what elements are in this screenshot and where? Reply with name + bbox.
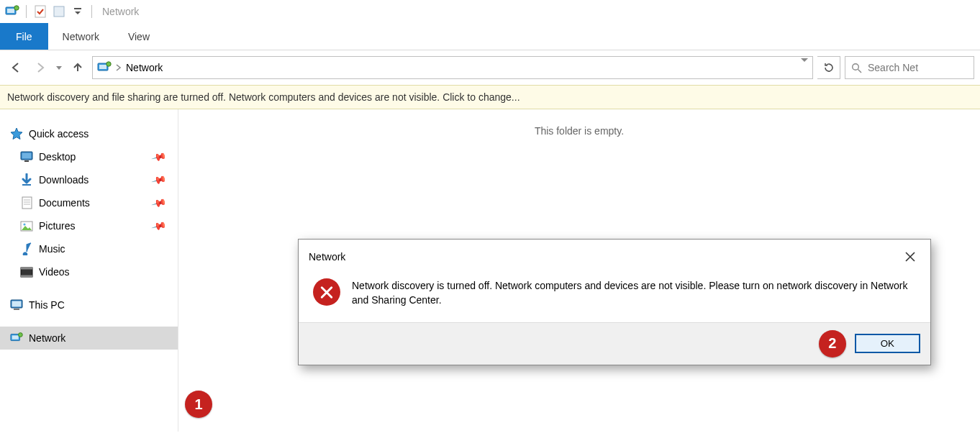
ribbon-tab-view[interactable]: View — [114, 23, 164, 50]
dialog-titlebar: Network — [299, 240, 930, 274]
desktop-icon — [20, 150, 33, 163]
qat-customize-dropdown[interactable] — [70, 4, 86, 19]
svg-rect-1 — [7, 9, 14, 13]
search-placeholder: Search Net — [868, 62, 918, 73]
sidebar-item-desktop[interactable]: Desktop 📌 — [0, 145, 178, 168]
sidebar-item-network[interactable]: Network — [0, 327, 178, 350]
nav-back-button[interactable] — [6, 58, 26, 78]
breadcrumb-item-network[interactable]: Network — [126, 62, 163, 73]
svg-rect-7 — [99, 65, 106, 69]
sidebar-label: Documents — [39, 197, 90, 209]
dialog-body: Network discovery is turned off. Network… — [299, 274, 930, 322]
svg-point-9 — [853, 63, 859, 70]
separator — [26, 5, 27, 18]
sidebar-item-music[interactable]: Music — [0, 237, 178, 260]
refresh-button[interactable] — [817, 56, 840, 79]
sidebar-label: Videos — [39, 266, 70, 278]
svg-point-20 — [23, 223, 25, 225]
pin-icon: 📌 — [150, 218, 167, 234]
quick-access-icon — [10, 127, 23, 140]
dialog: Network Network discovery is turned off.… — [298, 239, 931, 365]
sidebar-label: Pictures — [39, 220, 76, 232]
sidebar-item-documents[interactable]: Documents 📌 — [0, 191, 178, 214]
svg-rect-23 — [21, 275, 32, 277]
pin-icon: 📌 — [150, 149, 167, 165]
callout-badge-2: 2 — [819, 330, 846, 357]
sidebar-item-this-pc[interactable]: This PC — [0, 293, 178, 316]
sidebar-label: Desktop — [39, 151, 76, 163]
svg-rect-3 — [35, 6, 45, 17]
address-bar[interactable]: Network — [92, 56, 813, 79]
titlebar: Network — [0, 0, 980, 23]
nav-history-dropdown[interactable] — [55, 66, 63, 70]
callout-badge-1: 1 — [185, 391, 212, 418]
svg-rect-4 — [54, 6, 64, 17]
nav-up-button[interactable] — [68, 58, 88, 78]
sidebar-item-quick-access[interactable]: Quick access — [0, 122, 178, 145]
sidebar: Quick access Desktop 📌 Downloads 📌 Docum… — [0, 109, 178, 432]
this-pc-icon — [10, 298, 23, 311]
pictures-icon — [20, 219, 33, 232]
music-icon — [20, 242, 33, 255]
dialog-title: Network — [309, 251, 345, 263]
ribbon-tab-file[interactable]: File — [0, 23, 48, 50]
svg-point-2 — [14, 6, 19, 10]
svg-rect-13 — [24, 160, 29, 162]
sidebar-label: Music — [39, 243, 65, 255]
search-input[interactable]: Search Net — [845, 56, 974, 79]
svg-rect-12 — [22, 153, 32, 159]
info-bar-text: Network discovery and file sharing are t… — [7, 91, 520, 103]
sidebar-label: Quick access — [29, 128, 89, 140]
downloads-icon — [20, 173, 33, 186]
svg-rect-28 — [12, 335, 19, 339]
ribbon-tab-network[interactable]: Network — [48, 23, 114, 50]
qat-properties-icon[interactable] — [32, 4, 48, 19]
ribbon: File Network View — [0, 23, 980, 50]
videos-icon — [20, 265, 33, 278]
separator — [91, 5, 92, 18]
dialog-footer: 2 OK — [299, 322, 930, 365]
nav-forward-button[interactable] — [30, 58, 50, 78]
svg-point-29 — [19, 333, 23, 337]
svg-rect-15 — [22, 197, 32, 209]
sidebar-item-downloads[interactable]: Downloads 📌 — [0, 168, 178, 191]
sidebar-label: This PC — [29, 299, 65, 311]
svg-point-8 — [106, 62, 111, 66]
breadcrumb-caret-icon[interactable] — [116, 64, 122, 71]
svg-rect-22 — [21, 268, 32, 270]
pin-icon: 📌 — [150, 195, 167, 211]
network-icon — [97, 61, 112, 74]
documents-icon — [20, 196, 33, 209]
info-bar[interactable]: Network discovery and file sharing are t… — [0, 85, 980, 109]
network-icon — [10, 332, 23, 345]
address-history-dropdown[interactable] — [801, 62, 808, 73]
app-icon — [4, 4, 20, 19]
sidebar-label: Downloads — [39, 174, 89, 186]
window-title: Network — [102, 6, 139, 17]
svg-rect-25 — [12, 301, 22, 307]
svg-rect-26 — [14, 309, 19, 310]
sidebar-label: Network — [29, 332, 65, 344]
svg-rect-14 — [22, 184, 31, 186]
svg-line-10 — [858, 69, 862, 73]
pin-icon: 📌 — [150, 172, 167, 188]
sidebar-item-videos[interactable]: Videos — [0, 260, 178, 283]
dialog-close-button[interactable] — [900, 247, 920, 267]
sidebar-item-pictures[interactable]: Pictures 📌 — [0, 214, 178, 237]
error-icon — [313, 278, 340, 306]
svg-rect-5 — [74, 8, 81, 9]
nav-row: Network Search Net — [0, 50, 980, 85]
search-icon — [851, 63, 862, 73]
qat-newfolder-icon[interactable] — [51, 4, 67, 19]
dialog-message: Network discovery is turned off. Network… — [352, 278, 916, 308]
dialog-ok-button[interactable]: OK — [855, 334, 920, 353]
